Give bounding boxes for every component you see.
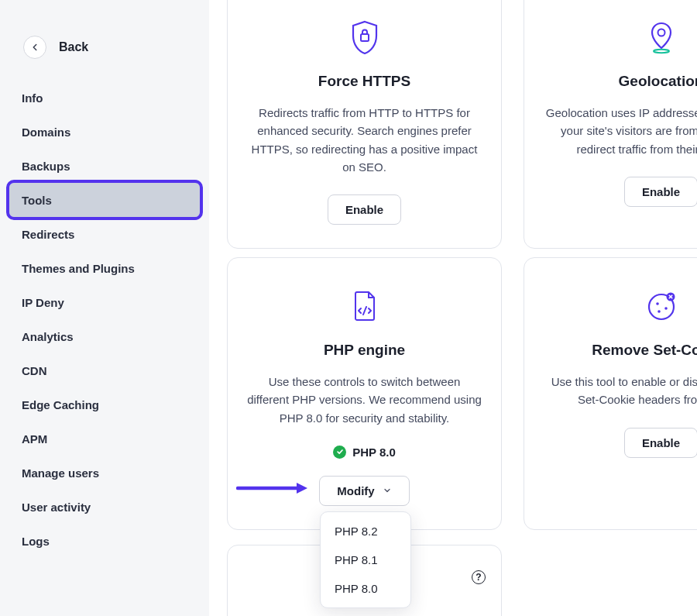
card-title: Geolocation (619, 73, 697, 90)
card-title: Force HTTPS (318, 73, 410, 90)
php-version-dropdown: PHP 8.2PHP 8.1PHP 8.0 (320, 511, 411, 608)
check-circle-icon (333, 446, 346, 459)
svg-point-4 (656, 302, 659, 305)
card-remove-cookie: Remove Set-Cookie Use this tool to enabl… (524, 257, 697, 530)
sidebar-item-domains[interactable]: Domains (9, 115, 200, 149)
main-content: Force HTTPS Redirects traffic from HTTP … (209, 0, 697, 616)
card-title: PHP engine (324, 342, 405, 359)
help-icon[interactable]: ? (472, 570, 486, 584)
dropdown-option[interactable]: PHP 8.2 (321, 517, 410, 545)
annotation-arrow-icon (236, 480, 310, 496)
dropdown-option[interactable]: PHP 8.0 (321, 574, 410, 603)
card-description: Redirects traffic from HTTP to HTTPS for… (246, 104, 482, 176)
sidebar-item-apm[interactable]: APM (9, 422, 200, 456)
enable-button[interactable]: Enable (328, 194, 401, 225)
svg-rect-0 (361, 34, 369, 41)
svg-point-1 (658, 29, 664, 36)
dropdown-option[interactable]: PHP 8.1 (321, 545, 410, 574)
card-geolocation: Geolocation Geolocation uses IP addresse… (524, 0, 697, 249)
card-description: Use these controls to switch between dif… (246, 373, 482, 427)
shield-lock-icon (349, 17, 380, 57)
card-description: Use this tool to enable or disable remov… (543, 373, 697, 409)
sidebar-item-themes-and-plugins[interactable]: Themes and Plugins (9, 251, 200, 285)
sidebar-item-user-activity[interactable]: User activity (9, 490, 200, 524)
sidebar-item-backups[interactable]: Backups (9, 149, 200, 183)
sidebar-item-manage-users[interactable]: Manage users (9, 456, 200, 490)
php-status: PHP 8.0 (333, 446, 396, 459)
sidebar-item-tools[interactable]: Tools (9, 183, 200, 217)
enable-button[interactable]: Enable (624, 428, 697, 458)
sidebar-item-analytics[interactable]: Analytics (9, 319, 200, 353)
sidebar: Back InfoDomainsBackupsToolsRedirectsThe… (0, 0, 209, 616)
back-label: Back (59, 40, 88, 54)
sidebar-item-edge-caching[interactable]: Edge Caching (9, 387, 200, 422)
card-force-https: Force HTTPS Redirects traffic from HTTP … (227, 0, 502, 249)
cookie-icon (645, 286, 678, 326)
svg-point-2 (654, 50, 669, 53)
back-row: Back (9, 31, 200, 81)
modify-button[interactable]: Modify (319, 476, 409, 506)
sidebar-item-cdn[interactable]: CDN (9, 353, 200, 387)
back-button[interactable] (23, 36, 46, 59)
chevron-down-icon (383, 486, 392, 495)
php-version-label: PHP 8.0 (352, 446, 396, 459)
arrow-left-icon (29, 42, 40, 53)
sidebar-nav: InfoDomainsBackupsToolsRedirectsThemes a… (9, 81, 200, 558)
enable-button[interactable]: Enable (624, 177, 697, 207)
svg-point-6 (664, 307, 668, 310)
cards-row-1: Force HTTPS Redirects traffic from HTTP … (227, 0, 697, 249)
modify-button-label: Modify (337, 484, 374, 497)
file-code-icon (350, 286, 379, 326)
sidebar-item-redirects[interactable]: Redirects (9, 217, 200, 251)
card-description: Geolocation uses IP addresses to find wh… (543, 104, 697, 158)
sidebar-item-ip-deny[interactable]: IP Deny (9, 285, 200, 319)
sidebar-item-info[interactable]: Info (9, 81, 200, 115)
svg-point-5 (658, 310, 661, 313)
card-title: Remove Set-Cookie (592, 342, 697, 359)
map-pin-icon (646, 17, 677, 57)
sidebar-item-logs[interactable]: Logs (9, 524, 200, 558)
